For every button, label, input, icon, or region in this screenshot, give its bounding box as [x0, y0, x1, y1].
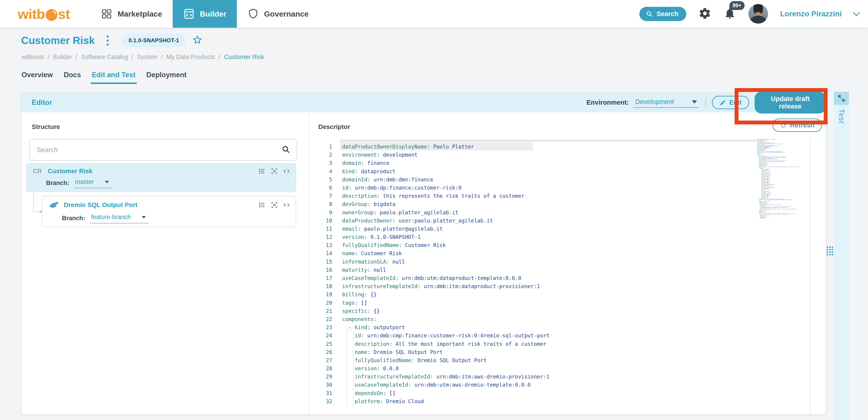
structure-search: [30, 139, 297, 161]
code-line-text: dataProductOwnerDisplayName: Paolo Platt…: [332, 143, 474, 151]
nav-item-marketplace[interactable]: Marketplace: [90, 0, 173, 28]
line-number: 2: [313, 151, 332, 159]
nav-item-label: Governance: [264, 9, 309, 19]
branch-select[interactable]: master: [74, 178, 112, 188]
code-line[interactable]: 9ownerGroup: paolo.platter_agilelab.it: [313, 208, 753, 217]
branch-value: master: [75, 178, 94, 185]
breadcrumb-separator: /: [48, 54, 50, 61]
code-line-text: specific: {}: [332, 307, 380, 315]
code-line[interactable]: 15informationSLA: null: [313, 258, 753, 266]
user-avatar[interactable]: [748, 4, 768, 24]
line-number: 8: [313, 200, 332, 208]
branch-select[interactable]: feature-branch: [90, 213, 149, 223]
tab-edit-and-test[interactable]: Edit and Test: [92, 71, 135, 84]
code-line[interactable]: 26 name: Dremio SQL Output Port: [313, 348, 753, 356]
settings-button[interactable]: [699, 7, 711, 21]
line-number: 25: [313, 340, 332, 348]
code-line[interactable]: 22components:: [313, 315, 753, 323]
breadcrumb-item[interactable]: witboost: [22, 54, 44, 61]
version-badge: 0.1.0-SNAPSHOT-1: [122, 34, 186, 47]
code-view-icon[interactable]: [283, 201, 290, 209]
list-details-icon[interactable]: [258, 168, 266, 175]
structure-panel-title: Structure: [32, 123, 60, 130]
expand-panel-button[interactable]: [834, 92, 849, 105]
user-name[interactable]: Lorenzo Pirazzini: [780, 9, 842, 18]
code-line[interactable]: 16maturity: null: [313, 266, 753, 274]
code-line[interactable]: 7description: this represents the risk t…: [313, 192, 753, 200]
breadcrumb-item[interactable]: My Data Products: [166, 54, 215, 61]
code-line[interactable]: 4kind: dataproduct: [313, 167, 753, 176]
code-view-icon[interactable]: [283, 168, 290, 175]
user-menu-chevron-icon[interactable]: [853, 9, 860, 16]
favorite-star-button[interactable]: [192, 35, 203, 46]
code-line[interactable]: 6id: urn:dmb:dp:finance:customer-risk:0: [313, 184, 753, 192]
breadcrumb-separator: /: [161, 54, 163, 61]
code-line[interactable]: 18infrastructureTemplateId: urn:dmb:itm:…: [313, 282, 753, 290]
list-details-icon[interactable]: [258, 201, 266, 209]
code-line[interactable]: 12version: 0.1.0-SNAPSHOT-1: [313, 233, 753, 241]
code-line[interactable]: 31 dependsOn: []: [313, 389, 753, 397]
code-line[interactable]: 25 description: All the most important r…: [313, 340, 753, 348]
code-line[interactable]: 2environment: development: [313, 151, 753, 159]
code-line[interactable]: 17useCaseTemplateId: urn:dmb:utm:datapro…: [313, 274, 753, 282]
code-line[interactable]: 32 platform: Dremio Cloud: [313, 397, 753, 406]
breadcrumb-separator: /: [132, 54, 133, 61]
code-line[interactable]: 30 useCaseTemplateId: urn:dmb:utm:aws-dr…: [313, 381, 753, 389]
code-line[interactable]: 8devGroup: bigdata: [313, 200, 753, 208]
breadcrumb-item[interactable]: Software Catalog: [81, 54, 128, 61]
breadcrumb-item[interactable]: Builder: [53, 54, 72, 61]
line-number: 28: [313, 364, 332, 372]
global-search-button[interactable]: Search: [639, 7, 686, 21]
code-line[interactable]: 27 fullyQualifiedName: Dremio SQL Output…: [313, 356, 753, 364]
line-number: 23: [313, 323, 332, 331]
code-line[interactable]: 13fullyQualifiedName: Customer Risk: [313, 241, 753, 249]
tree-connector: [33, 191, 34, 212]
editor-scrollbar-track[interactable]: [810, 139, 810, 413]
code-line[interactable]: 14name: Customer Risk: [313, 249, 753, 258]
code-line[interactable]: 5domainId: urn:dmb:dmn:finance: [313, 176, 753, 184]
line-number: 22: [313, 315, 332, 323]
code-line[interactable]: 1dataProductOwnerDisplayName: Paolo Plat…: [313, 143, 753, 151]
structure-item[interactable]: CRCustomer RiskBranch:master: [26, 163, 296, 192]
title-kebab-menu[interactable]: [105, 34, 110, 47]
witboost-logo[interactable]: witbst: [18, 6, 70, 22]
code-line[interactable]: 20tags: []: [313, 299, 753, 307]
code-line[interactable]: 19billing: {}: [313, 290, 753, 299]
search-icon[interactable]: [281, 145, 290, 155]
panel-resize-handle[interactable]: [827, 246, 833, 256]
breadcrumb-item[interactable]: System: [137, 54, 157, 61]
breadcrumb-item[interactable]: Customer Risk: [224, 54, 264, 61]
code-line-text: useCaseTemplateId: urn:dmb:utm:dataprodu…: [332, 274, 521, 282]
code-minimap[interactable]: dataProductOwnerDisplayName: Paolo Platt…: [757, 139, 802, 232]
tab-deployment[interactable]: Deployment: [146, 71, 186, 84]
code-line[interactable]: 28 version: 0.0.0: [313, 364, 753, 372]
code-line[interactable]: 3domain: finance: [313, 159, 753, 167]
nav-item-governance[interactable]: Governance: [237, 0, 319, 28]
edit-button[interactable]: Edit: [712, 96, 749, 109]
structure-search-input[interactable]: [30, 146, 281, 154]
code-line-text: domain: finance: [332, 159, 389, 167]
code-line[interactable]: 29 infrastructureTemplateId: urn:dmb:itm…: [313, 372, 753, 381]
tab-test[interactable]: Test: [837, 109, 845, 124]
notifications-button[interactable]: 99+: [723, 7, 736, 21]
logo-text-left: witb: [18, 6, 45, 22]
code-line-text: name: Dremio SQL Output Port: [332, 348, 443, 356]
code-line[interactable]: 24 id: urn:dmb:cmp:finance:customer-risk…: [313, 331, 753, 340]
focus-target-icon[interactable]: [271, 201, 278, 209]
code-editor[interactable]: 1dataProductOwnerDisplayName: Paolo Plat…: [313, 143, 753, 406]
line-number: 31: [313, 389, 332, 397]
code-line[interactable]: 21specific: {}: [313, 307, 753, 315]
update-draft-release-button[interactable]: Update draft release: [754, 92, 826, 114]
environment-select[interactable]: Development: [633, 97, 699, 108]
code-line[interactable]: 11email: paolo.platter@agilelab.it: [313, 225, 753, 233]
focus-target-icon[interactable]: [271, 168, 278, 175]
nav-item-builder[interactable]: Builder: [173, 0, 237, 28]
tab-overview[interactable]: Overview: [22, 71, 53, 84]
toolbar-divider: [706, 97, 706, 108]
line-number: 16: [313, 266, 332, 274]
refresh-button[interactable]: Refresh: [773, 119, 822, 132]
code-line[interactable]: 10dataProductOwner: user:paolo.platter_a…: [313, 217, 753, 225]
structure-item[interactable]: Dremio SQL Output PortBranch:feature-bra…: [42, 196, 296, 227]
code-line[interactable]: 23 - kind: outputport: [313, 323, 753, 331]
tab-docs[interactable]: Docs: [64, 71, 81, 84]
